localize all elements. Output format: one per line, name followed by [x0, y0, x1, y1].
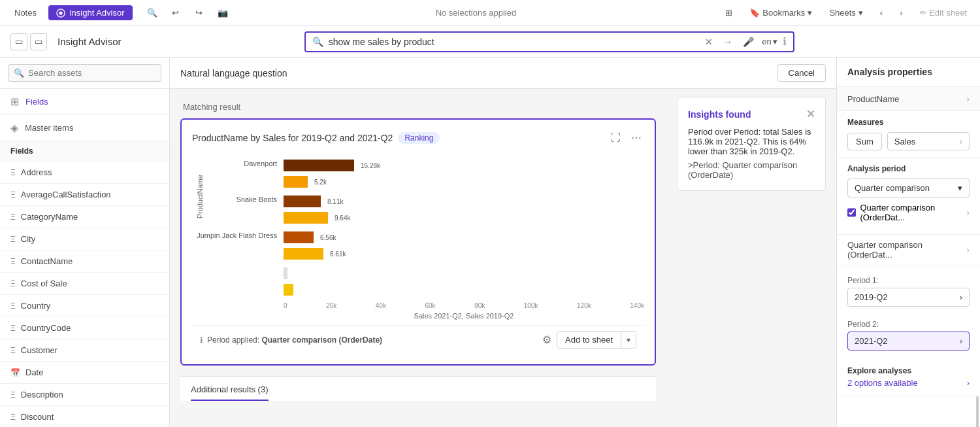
field-label-date: Date: [25, 367, 43, 377]
submit-search-button[interactable]: →: [721, 35, 735, 48]
bookmarks-button[interactable]: 🔖 Bookmarks ▾: [744, 5, 817, 20]
bar-value-davenport-2: 5.2k: [314, 179, 327, 186]
field-item-address[interactable]: Ξ Address: [0, 162, 169, 184]
field-icon-discount: Ξ: [10, 413, 16, 422]
period-info-bar: ℹ Period applied: Quarter comparison (Or…: [192, 325, 644, 354]
period-name-text: Quarter comparison (OrderDate): [261, 335, 382, 345]
field-item-costofsale[interactable]: Ξ Cost of Sale: [0, 273, 169, 295]
field-item-averagecallsatisfaction[interactable]: Ξ AverageCallSatisfaction: [0, 184, 169, 206]
expand-chart-button[interactable]: ⛶: [608, 131, 623, 145]
period2-chevron: ›: [960, 336, 962, 346]
master-items-icon: ◈: [10, 122, 18, 134]
language-selector[interactable]: en ▾: [762, 37, 777, 46]
add-to-sheet-main-button[interactable]: Add to sheet: [557, 332, 621, 348]
field-label-contact: ContactName: [21, 256, 73, 266]
undo-icon[interactable]: ↩: [167, 4, 185, 22]
bar-group-snakeboots: Snake Boots 8.11k 9.64k: [284, 194, 644, 225]
period2-value-text: 2021-Q2: [855, 336, 888, 346]
sidebar-search[interactable]: 🔍: [8, 64, 161, 82]
period1-value-selector[interactable]: 2019-Q2 ›: [847, 288, 970, 307]
second-bar: ▭ ▭ Insight Advisor 🔍 ✕ → 🎤 en ▾ ℹ: [0, 26, 980, 58]
nav-next-button[interactable]: ›: [894, 5, 907, 20]
field-icon-address: Ξ: [10, 168, 16, 177]
sidebar-item-fields[interactable]: ⊞ Fields: [0, 89, 169, 115]
insight-advisor-button[interactable]: Insight Advisor: [48, 5, 133, 20]
additional-results-tab: Additional results (3): [180, 376, 656, 401]
chart-card-actions: ⚙ Add to sheet ▾: [542, 331, 636, 349]
results-scroll: Matching result ProductName by Sales for…: [170, 89, 666, 427]
svg-point-1: [59, 11, 62, 14]
clear-search-button[interactable]: ✕: [702, 35, 715, 48]
bar-davenport-2: [284, 176, 308, 188]
mic-button[interactable]: 🎤: [740, 35, 757, 48]
analysis-field-name-text: ProductName: [847, 94, 899, 104]
insights-close-button[interactable]: ✕: [806, 108, 815, 120]
analysis-period-section: Analysis period Quarter comparison ▾ Qua…: [837, 158, 980, 235]
cancel-button[interactable]: Cancel: [777, 64, 826, 82]
nav-prev-button[interactable]: ‹: [875, 5, 888, 20]
field-item-city[interactable]: Ξ City: [0, 228, 169, 250]
snapshot-icon[interactable]: 📷: [214, 4, 232, 22]
add-to-sheet-btn[interactable]: Add to sheet ▾: [557, 331, 636, 349]
period-selector-label: Quarter comparison: [855, 183, 930, 193]
search-input[interactable]: [329, 37, 698, 47]
quarter-comparison-checkbox[interactable]: [847, 207, 856, 218]
field-item-categoryname[interactable]: Ξ CategoryName: [0, 206, 169, 228]
page-title: Insight Advisor: [57, 36, 122, 47]
measures-label: Measures: [847, 118, 970, 127]
nl-question-bar: Natural language question Cancel: [170, 58, 836, 89]
panel-btn-right[interactable]: ▭: [30, 33, 47, 50]
sales-selector[interactable]: Sales ›: [887, 132, 970, 150]
search-toolbar-icon[interactable]: 🔍: [143, 4, 161, 22]
sidebar-search-input[interactable]: [28, 68, 155, 78]
info-icon: ℹ: [200, 335, 203, 345]
explore-label: Explore analyses: [847, 366, 970, 375]
notes-button[interactable]: Notes: [8, 5, 43, 20]
fields-section-label: Fields: [0, 141, 169, 162]
insights-column: Insights found ✕ Period over Period: tot…: [666, 89, 836, 427]
field-item-description[interactable]: Ξ Description: [0, 384, 169, 406]
add-to-sheet-chevron-button[interactable]: ▾: [621, 332, 636, 348]
info-button[interactable]: ℹ: [783, 35, 787, 48]
chart-actions: ⛶ ⋯: [608, 130, 644, 145]
sheets-button[interactable]: Sheets ▾: [824, 5, 868, 20]
analysis-field-name-button[interactable]: ProductName ›: [837, 87, 980, 111]
quarter-comparison-item[interactable]: Quarter comparison (OrderDat... ›: [837, 235, 980, 265]
field-icon-cos: Ξ: [10, 279, 16, 288]
period2-value-selector[interactable]: 2021-Q2 ›: [847, 332, 970, 350]
sidebar-item-master-items[interactable]: ◈ Master items: [0, 115, 169, 141]
selections-bar: No selections applied: [237, 8, 715, 18]
redo-icon[interactable]: ↪: [190, 4, 208, 22]
chart-title-wrap: ProductName by Sales for 2019-Q2 and 202…: [192, 132, 440, 144]
more-options-button[interactable]: ⋯: [629, 130, 644, 145]
field-item-date[interactable]: 📅 Date: [0, 362, 169, 384]
field-icon-country: Ξ: [10, 301, 16, 311]
bookmark-chart-button[interactable]: ⚙: [542, 333, 551, 346]
explore-options-button[interactable]: 2 options available ›: [847, 378, 970, 388]
bar-value-jumpinjack-1: 6.56k: [320, 234, 336, 241]
field-item-country[interactable]: Ξ Country: [0, 295, 169, 317]
field-item-discount[interactable]: Ξ Discount: [0, 406, 169, 427]
bar-label-davenport: Davenport: [192, 158, 277, 167]
bar-partial-2: [284, 284, 293, 296]
edit-sheet-button[interactable]: ✏ Edit sheet: [915, 5, 972, 20]
search-actions: ✕ → 🎤 en ▾ ℹ: [702, 35, 786, 48]
field-item-countrycode[interactable]: Ξ CountryCode: [0, 317, 169, 339]
panel-btn-left[interactable]: ▭: [10, 33, 27, 50]
scrollbar-thumb[interactable]: [976, 396, 979, 427]
field-item-contactname[interactable]: Ξ ContactName: [0, 250, 169, 273]
bar-row-snakeboots-2: 9.64k: [284, 211, 644, 225]
bar-jumpinjack-2: [284, 248, 323, 260]
period-checkbox: Quarter comparison (OrderDat... ›: [847, 203, 970, 222]
insight-advisor-icon: [56, 9, 65, 18]
period-selector[interactable]: Quarter comparison ▾: [847, 179, 970, 197]
field-item-customer[interactable]: Ξ Customer: [0, 339, 169, 362]
sum-button[interactable]: Sum: [847, 133, 882, 150]
insights-title: Insights found ✕: [688, 108, 815, 120]
additional-results-label[interactable]: Additional results (3): [191, 384, 269, 401]
x-tick-80k: 80k: [474, 302, 485, 309]
grid-icon[interactable]: ⊞: [720, 5, 738, 20]
x-tick-40k: 40k: [376, 302, 386, 309]
top-bar-right: ⊞ 🔖 Bookmarks ▾ Sheets ▾ ‹ › ✏ Edit shee…: [720, 5, 972, 20]
period-checkbox-chevron: ›: [966, 207, 970, 218]
